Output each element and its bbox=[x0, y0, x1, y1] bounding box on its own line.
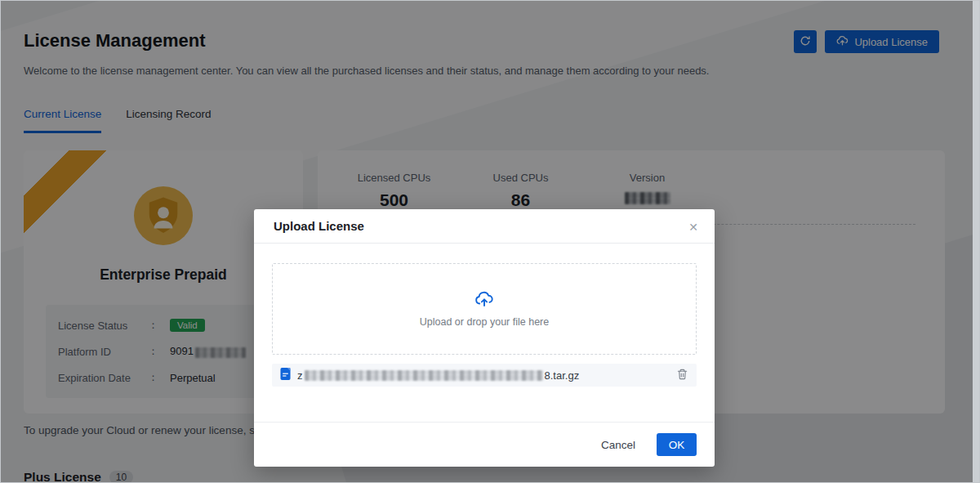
modal-body: Upload or drop your file here z8.tar.gz bbox=[254, 244, 715, 387]
scrollbar[interactable] bbox=[973, 1, 979, 482]
file-name: z8.tar.gz bbox=[297, 369, 579, 382]
uploaded-file-row: z8.tar.gz bbox=[272, 364, 697, 387]
trash-icon bbox=[676, 368, 688, 383]
dropzone-text: Upload or drop your file here bbox=[420, 316, 549, 328]
file-dropzone[interactable]: Upload or drop your file here bbox=[272, 263, 697, 355]
license-management-screen: License Management Welcome to the licens… bbox=[0, 0, 980, 483]
upload-cloud-icon bbox=[474, 291, 494, 311]
upload-license-modal: Upload License ✕ Upload or drop your fil… bbox=[254, 209, 715, 467]
delete-file-button[interactable] bbox=[676, 368, 688, 383]
redacted-file-name bbox=[305, 370, 543, 381]
modal-header: Upload License ✕ bbox=[254, 209, 715, 244]
modal-title: Upload License bbox=[274, 219, 364, 233]
ok-button[interactable]: OK bbox=[657, 433, 697, 456]
file-icon bbox=[280, 368, 291, 383]
cancel-button[interactable]: Cancel bbox=[601, 439, 635, 451]
modal-footer: Cancel OK bbox=[254, 422, 715, 467]
close-icon[interactable]: ✕ bbox=[685, 218, 702, 236]
